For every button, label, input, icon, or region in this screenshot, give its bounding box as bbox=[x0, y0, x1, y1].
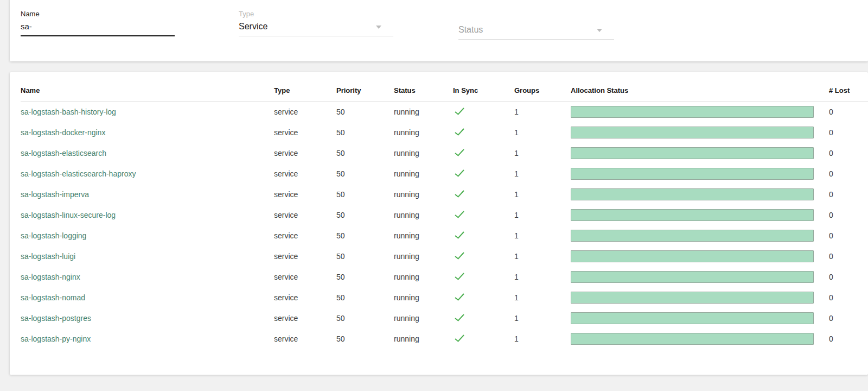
allocation-status-bar[interactable] bbox=[571, 168, 814, 180]
lost-cell: 0 bbox=[829, 211, 868, 219]
job-status-cell: running bbox=[394, 231, 453, 240]
job-link[interactable]: sa-logstash-elasticsearch bbox=[21, 149, 106, 157]
job-link[interactable]: sa-logstash-py-nginx bbox=[21, 335, 91, 343]
groups-cell: 1 bbox=[514, 293, 571, 302]
job-type-cell: service bbox=[274, 211, 336, 219]
column-header-allocation-status[interactable]: Allocation Status bbox=[571, 86, 829, 94]
in-sync-check-icon bbox=[454, 334, 465, 343]
job-link[interactable]: sa-logstash-nomad bbox=[21, 293, 85, 302]
name-filter-value: sa- bbox=[21, 22, 32, 31]
job-priority-cell: 50 bbox=[336, 231, 394, 240]
job-priority-cell: 50 bbox=[336, 190, 394, 199]
allocation-status-bar[interactable] bbox=[571, 127, 814, 138]
lost-cell: 0 bbox=[829, 252, 868, 261]
allocation-status-bar[interactable] bbox=[571, 147, 814, 159]
job-link[interactable]: sa-logstash-linux-secure-log bbox=[21, 211, 116, 219]
jobs-table-card: NameTypePriorityStatusIn SyncGroupsAlloc… bbox=[10, 72, 868, 375]
job-type-cell: service bbox=[274, 149, 336, 157]
allocation-status-bar[interactable] bbox=[571, 188, 814, 200]
job-status-cell: running bbox=[394, 314, 453, 323]
job-link[interactable]: sa-logstash-luigi bbox=[21, 252, 75, 261]
allocation-status-cell bbox=[571, 250, 829, 262]
type-filter-select[interactable]: Service bbox=[239, 22, 393, 36]
job-link[interactable]: sa-logstash-logging bbox=[21, 231, 86, 240]
allocation-status-cell bbox=[571, 127, 829, 138]
job-link[interactable]: sa-logstash-elasticsearch-haproxy bbox=[21, 169, 136, 178]
table-body: sa-logstash-bash-history-logservice50run… bbox=[21, 102, 868, 349]
job-type-cell: service bbox=[274, 169, 336, 178]
job-type-cell: service bbox=[274, 335, 336, 343]
job-link[interactable]: sa-logstash-nginx bbox=[21, 273, 80, 281]
table-row: sa-logstash-postgresservice50running10 bbox=[21, 308, 868, 329]
table-row: sa-logstash-linux-secure-logservice50run… bbox=[21, 205, 868, 225]
allocation-status-cell bbox=[571, 271, 829, 283]
in-sync-cell bbox=[453, 190, 514, 200]
allocation-status-bar[interactable] bbox=[571, 312, 814, 324]
allocation-status-bar[interactable] bbox=[571, 209, 814, 221]
lost-cell: 0 bbox=[829, 190, 868, 199]
groups-cell: 1 bbox=[514, 273, 571, 281]
allocation-status-bar[interactable] bbox=[571, 106, 814, 118]
column-header-type[interactable]: Type bbox=[274, 86, 336, 94]
column-header-in-sync[interactable]: In Sync bbox=[453, 86, 514, 94]
column-header-priority[interactable]: Priority bbox=[336, 86, 394, 94]
allocation-status-cell bbox=[571, 147, 829, 159]
job-status-cell: running bbox=[394, 293, 453, 302]
job-name-cell: sa-logstash-elasticsearch bbox=[21, 149, 274, 157]
job-name-cell: sa-logstash-luigi bbox=[21, 252, 274, 261]
allocation-status-bar[interactable] bbox=[571, 271, 814, 283]
allocation-status-bar[interactable] bbox=[571, 250, 814, 262]
in-sync-cell bbox=[453, 148, 514, 159]
job-status-cell: running bbox=[394, 211, 453, 219]
table-row: sa-logstash-loggingservice50running10 bbox=[21, 225, 868, 246]
chevron-down-icon bbox=[597, 29, 602, 32]
allocation-status-bar[interactable] bbox=[571, 292, 814, 304]
job-name-cell: sa-logstash-elasticsearch-haproxy bbox=[21, 169, 274, 178]
job-name-cell: sa-logstash-bash-history-log bbox=[21, 108, 274, 116]
name-filter-input[interactable]: sa- bbox=[21, 22, 175, 36]
job-name-cell: sa-logstash-py-nginx bbox=[21, 335, 274, 343]
status-filter-field: Status bbox=[458, 21, 614, 40]
job-name-cell: sa-logstash-docker-nginx bbox=[21, 128, 274, 137]
name-filter-field: Name sa- bbox=[21, 10, 175, 36]
job-name-cell: sa-logstash-nginx bbox=[21, 273, 274, 281]
job-status-cell: running bbox=[394, 128, 453, 137]
job-name-cell: sa-logstash-linux-secure-log bbox=[21, 211, 274, 219]
job-status-cell: running bbox=[394, 273, 453, 281]
table-header-row: NameTypePriorityStatusIn SyncGroupsAlloc… bbox=[21, 72, 868, 102]
job-priority-cell: 50 bbox=[336, 169, 394, 178]
groups-cell: 1 bbox=[514, 252, 571, 261]
lost-cell: 0 bbox=[829, 128, 868, 137]
in-sync-check-icon bbox=[454, 148, 465, 157]
table-row: sa-logstash-docker-nginxservice50running… bbox=[21, 122, 868, 143]
column-header-groups[interactable]: Groups bbox=[514, 86, 571, 94]
in-sync-check-icon bbox=[454, 313, 465, 322]
column-header--lost[interactable]: # Lost bbox=[829, 86, 868, 94]
allocation-status-cell bbox=[571, 333, 829, 345]
table-row: sa-logstash-py-nginxservice50running10 bbox=[21, 329, 868, 349]
job-link[interactable]: sa-logstash-postgres bbox=[21, 314, 91, 323]
job-link[interactable]: sa-logstash-bash-history-log bbox=[21, 108, 116, 116]
job-priority-cell: 50 bbox=[336, 149, 394, 157]
groups-cell: 1 bbox=[514, 314, 571, 323]
in-sync-cell bbox=[453, 313, 514, 324]
in-sync-cell bbox=[453, 210, 514, 220]
in-sync-cell bbox=[453, 251, 514, 262]
table-row: sa-logstash-luigiservice50running10 bbox=[21, 246, 868, 267]
job-type-cell: service bbox=[274, 190, 336, 199]
groups-cell: 1 bbox=[514, 190, 571, 199]
chevron-down-icon bbox=[376, 26, 381, 29]
groups-cell: 1 bbox=[514, 169, 571, 178]
in-sync-check-icon bbox=[454, 272, 465, 281]
job-link[interactable]: sa-logstash-docker-nginx bbox=[21, 128, 105, 137]
column-header-name[interactable]: Name bbox=[21, 86, 274, 94]
allocation-status-cell bbox=[571, 168, 829, 180]
job-status-cell: running bbox=[394, 252, 453, 261]
status-filter-placeholder: Status bbox=[458, 25, 483, 34]
column-header-status[interactable]: Status bbox=[394, 86, 453, 94]
job-link[interactable]: sa-logstash-imperva bbox=[21, 190, 89, 199]
allocation-status-bar[interactable] bbox=[571, 333, 814, 345]
status-filter-select[interactable]: Status bbox=[458, 25, 614, 40]
table-row: sa-logstash-impervaservice50running10 bbox=[21, 184, 868, 205]
allocation-status-bar[interactable] bbox=[571, 230, 814, 242]
